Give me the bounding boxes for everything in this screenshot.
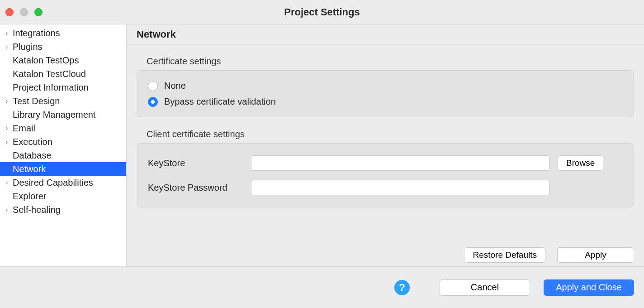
radio-row-bypass[interactable]: Bypass certificate validation (145, 94, 625, 110)
sidebar-item-label: Plugins (12, 42, 43, 52)
sidebar-item-test-design[interactable]: ›Test Design (0, 94, 126, 108)
page-heading: Network (137, 29, 176, 40)
certificate-settings-title: Certificate settings (147, 56, 634, 67)
chevron-right-icon[interactable]: › (2, 138, 12, 145)
sidebar-item-label: Explorer (12, 191, 46, 202)
sidebar-item-email[interactable]: ›Email (0, 121, 126, 135)
chevron-right-icon[interactable]: › (2, 43, 12, 50)
sidebar-item-self-healing[interactable]: ›Self-healing (0, 203, 126, 217)
page-content: Certificate settings None Bypass certifi… (127, 44, 644, 237)
sidebar-item-database[interactable]: ›Database (0, 149, 126, 162)
radio-none-label: None (164, 81, 186, 91)
radio-bypass[interactable] (148, 97, 158, 107)
traffic-lights (0, 8, 43, 16)
help-icon[interactable]: ? (394, 280, 410, 295)
browse-button[interactable]: Browse (558, 155, 603, 171)
sidebar-item-library-management[interactable]: ›Library Management (0, 108, 126, 121)
page-header: Network (127, 24, 644, 44)
sidebar-item-integrations[interactable]: ›Integrations (0, 26, 126, 40)
sidebar-item-label: Network (12, 164, 46, 174)
window-body: ›Integrations›Plugins›Katalon TestOps›Ka… (0, 24, 644, 266)
titlebar: Project Settings (0, 0, 644, 24)
sidebar-item-label: Katalon TestOps (12, 55, 79, 66)
keystore-row: KeyStore Browse (145, 151, 625, 175)
sidebar-item-label: Test Design (12, 96, 60, 106)
radio-row-none[interactable]: None (145, 78, 625, 94)
sidebar-item-plugins[interactable]: ›Plugins (0, 40, 126, 53)
settings-window: Project Settings ›Integrations›Plugins›K… (0, 0, 644, 308)
footer: ? Cancel Apply and Close (0, 266, 644, 308)
sidebar-item-label: Integrations (12, 28, 60, 38)
sidebar-item-label: Project Information (12, 82, 89, 93)
window-close-icon[interactable] (5, 8, 14, 16)
sidebar-item-label: Desired Capabilities (12, 178, 93, 188)
client-certificate-settings-title: Client certificate settings (147, 129, 634, 140)
chevron-right-icon[interactable]: › (2, 125, 12, 132)
sidebar-item-desired-capabilities[interactable]: ›Desired Capabilities (0, 176, 126, 189)
certificate-settings-group: None Bypass certificate validation (137, 70, 634, 117)
keystore-label: KeyStore (148, 158, 243, 168)
window-zoom-icon[interactable] (34, 8, 43, 16)
client-certificate-settings-group: KeyStore Browse KeyStore Password (137, 143, 634, 207)
chevron-right-icon[interactable]: › (2, 29, 12, 37)
sidebar-item-label: Database (12, 150, 52, 161)
window-title: Project Settings (0, 6, 644, 18)
window-minimize-icon[interactable] (20, 8, 28, 16)
sidebar: ›Integrations›Plugins›Katalon TestOps›Ka… (0, 24, 127, 266)
keystore-password-input[interactable] (251, 180, 549, 195)
sidebar-item-label: Execution (12, 137, 52, 147)
apply-button[interactable]: Apply (557, 247, 634, 263)
chevron-right-icon[interactable]: › (2, 97, 12, 105)
main-panel: Network Certificate settings None Bypass… (127, 24, 644, 266)
radio-bypass-label: Bypass certificate validation (164, 96, 276, 107)
page-actions: Restore Defaults Apply (127, 237, 644, 266)
keystore-password-row: KeyStore Password (145, 175, 625, 200)
sidebar-item-network[interactable]: ›Network (0, 162, 126, 176)
keystore-password-label: KeyStore Password (148, 183, 243, 193)
keystore-input[interactable] (251, 155, 549, 171)
sidebar-item-katalon-testcloud[interactable]: ›Katalon TestCloud (0, 67, 126, 81)
sidebar-item-katalon-testops[interactable]: ›Katalon TestOps (0, 53, 126, 67)
cancel-button[interactable]: Cancel (440, 279, 530, 296)
apply-and-close-button[interactable]: Apply and Close (544, 279, 634, 296)
sidebar-item-label: Email (12, 123, 35, 134)
radio-none[interactable] (148, 81, 158, 91)
sidebar-item-label: Library Management (12, 110, 95, 120)
chevron-right-icon[interactable]: › (2, 206, 12, 213)
chevron-right-icon[interactable]: › (2, 179, 12, 186)
sidebar-item-explorer[interactable]: ›Explorer (0, 189, 126, 203)
sidebar-item-execution[interactable]: ›Execution (0, 135, 126, 149)
restore-defaults-button[interactable]: Restore Defaults (464, 247, 545, 263)
sidebar-item-label: Self-healing (12, 205, 61, 215)
sidebar-item-project-information[interactable]: ›Project Information (0, 81, 126, 94)
sidebar-item-label: Katalon TestCloud (12, 69, 86, 79)
